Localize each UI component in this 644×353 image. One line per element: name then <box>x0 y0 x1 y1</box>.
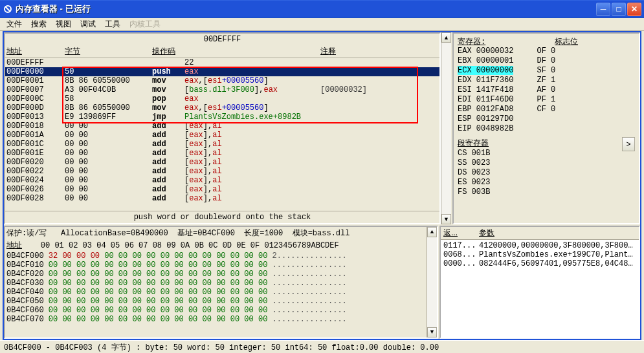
segment-row[interactable]: SS 0023 <box>458 158 635 168</box>
stack-col-return[interactable]: 返... <box>443 228 479 239</box>
disasm-column-headers: 地址 字节 操作码 注释 <box>5 45 439 58</box>
disasm-row[interactable]: 00DF0007A3 00F04C0Bmov[bass.dll+3F000],e… <box>5 85 439 94</box>
col-header-address[interactable]: 地址 <box>6 46 65 57</box>
segments-header: 段寄存器 <box>458 138 489 149</box>
status-bar: 0B4CF000 - 0B4CF003 (4 字节) : byte: 50 wo… <box>0 340 644 353</box>
segment-row[interactable]: DS 0023 <box>458 168 635 178</box>
register-row[interactable]: EBX 00000001 DF 0 <box>458 56 635 66</box>
hex-info-line: 保护:读/写 AllocationBase=0B490000 基址=0B4CF0… <box>5 227 427 239</box>
segment-row[interactable]: ES 0023 <box>458 178 635 187</box>
register-row[interactable]: ECX 00000000 SF 0 <box>458 66 635 76</box>
scroll-down-icon[interactable]: ▼ <box>441 214 451 224</box>
hex-row[interactable]: 0B4CF050 00 00 00 00 00 00 00 00 00 00 0… <box>5 297 427 306</box>
disasm-scrollbar[interactable]: ▲ ▼ <box>441 32 451 224</box>
disasm-row[interactable]: 00DF001C00 00add[eax],al <box>5 140 439 149</box>
menu-search[interactable]: 搜索 <box>27 17 50 31</box>
scroll-track[interactable] <box>441 43 451 214</box>
scroll-track[interactable] <box>427 237 437 327</box>
hex-row[interactable]: 0B4CF020 00 00 00 00 00 00 00 00 00 00 0… <box>5 270 427 279</box>
stack-row[interactable]: 0117...41200000,00000000,3F800000,3F8000… <box>443 241 636 250</box>
scroll-up-icon[interactable]: ▲ <box>441 32 451 43</box>
disasm-row[interactable]: 00DF001E00 00add[eax],al <box>5 149 439 158</box>
stack-headers: 返... 参数 <box>441 227 639 240</box>
hex-row[interactable]: 0B4CF070 00 00 00 00 00 00 00 00 00 00 0… <box>5 315 427 324</box>
register-row[interactable]: EAX 00000032 OF 0 <box>458 47 635 56</box>
disasm-row[interactable]: 00DF0013E9 139869FFjmpPlantsVsZombies.ex… <box>5 112 439 122</box>
stack-row[interactable]: 0000...082444F6,56097401,095775E8,04C483… <box>443 259 636 268</box>
scroll-up-icon[interactable]: ▲ <box>427 227 437 237</box>
menu-debug[interactable]: 调试 <box>76 17 100 31</box>
disasm-row[interactable]: 00DF002400 00add[eax],al <box>5 176 439 185</box>
register-row[interactable]: ESP 001297D0 <box>458 114 635 124</box>
registers-pane[interactable]: 寄存器: 标志位 EAX 00000032 OF 0EBX 00000001 D… <box>452 32 640 224</box>
disasm-row[interactable]: 00DEFFFF22 <box>5 58 439 67</box>
col-header-bytes[interactable]: 字节 <box>65 46 152 57</box>
scroll-down-icon[interactable]: ▼ <box>427 327 437 337</box>
disassembly-pane[interactable]: 00DEFFFF 地址 字节 操作码 注释 00DEFFFF2200DF0000… <box>4 32 441 224</box>
hex-addr-header[interactable]: 地址 <box>6 241 22 250</box>
segment-row[interactable]: CS 001B <box>458 149 635 158</box>
minimize-button[interactable]: ─ <box>596 3 610 16</box>
menu-bar: 文件 搜索 视图 调试 工具 内核工具 <box>0 18 644 31</box>
menu-kernel[interactable]: 内核工具 <box>126 17 164 31</box>
hex-row[interactable]: 0B4CF060 00 00 00 00 00 00 00 00 00 00 0… <box>5 306 427 315</box>
menu-view[interactable]: 视图 <box>52 17 75 31</box>
hex-row[interactable]: 0B4CF010 00 00 00 00 00 00 00 00 00 00 0… <box>5 261 427 270</box>
client-area: 00DEFFFF 地址 字节 操作码 注释 00DEFFFF2200DF0000… <box>3 31 641 340</box>
expand-registers-button[interactable]: > <box>622 137 635 151</box>
maximize-button[interactable]: □ <box>612 3 626 16</box>
instruction-info: push word or doubleword onto the stack <box>5 211 439 223</box>
stack-row[interactable]: 0068...PlantsVsZombies.exe+199C70,Plants… <box>443 250 636 259</box>
disasm-row[interactable]: 00DF001A00 00add[eax],al <box>5 131 439 140</box>
branch-address: 00DEFFFF <box>5 34 439 45</box>
disasm-row[interactable]: 00DF00018B 86 60550000moveax,[esi+000055… <box>5 76 439 85</box>
disasm-row[interactable]: 00DF002800 00add[eax],al <box>5 194 439 203</box>
hexdump-pane[interactable]: 保护:读/写 AllocationBase=0B490000 基址=0B4CF0… <box>4 226 438 339</box>
window-title: 内存查看器 - 已运行 <box>16 3 596 15</box>
col-header-opcode[interactable]: 操作码 <box>152 46 320 57</box>
close-button[interactable]: ✕ <box>627 3 641 16</box>
disasm-row[interactable]: 00DF002600 00add[eax],al <box>5 185 439 194</box>
disasm-row[interactable]: 00DF000D8B 86 60550000moveax,[esi+000055… <box>5 103 439 112</box>
hex-row[interactable]: 0B4CF000 32 00 00 00 00 00 00 00 00 00 0… <box>5 251 427 261</box>
disasm-row[interactable]: 00DF002000 00add[eax],al <box>5 158 439 167</box>
hex-row[interactable]: 0B4CF040 00 00 00 00 00 00 00 00 00 00 0… <box>5 288 427 297</box>
registers-header: 寄存器: <box>458 36 485 47</box>
register-row[interactable]: EIP 0048982B <box>458 124 635 134</box>
menu-file[interactable]: 文件 <box>3 17 26 31</box>
disasm-row[interactable]: 00DF002200 00add[eax],al <box>5 167 439 176</box>
segment-row[interactable]: FS 003B <box>458 187 635 197</box>
disasm-row[interactable]: 00DF000C58popeax <box>5 94 439 103</box>
hex-col-header: 00 01 02 03 04 05 06 07 08 09 0A 0B 0C 0… <box>22 241 339 250</box>
register-row[interactable]: EBP 0012FAD8 CF 0 <box>458 105 635 114</box>
register-row[interactable]: EDI 011F46D0 PF 1 <box>458 95 635 105</box>
hex-row[interactable]: 0B4CF030 00 00 00 00 00 00 00 00 00 00 0… <box>5 279 427 288</box>
register-row[interactable]: ESI 1417F418 AF 0 <box>458 85 635 95</box>
stack-col-params[interactable]: 参数 <box>479 228 494 239</box>
hex-scrollbar[interactable]: ▲ ▼ <box>427 227 437 337</box>
register-row[interactable]: EDX 011F7360 ZF 1 <box>458 76 635 85</box>
col-header-comment[interactable]: 注释 <box>320 46 438 57</box>
menu-tools[interactable]: 工具 <box>101 17 124 31</box>
disasm-row[interactable]: 00DF001800 00add[eax],al <box>5 122 439 131</box>
stack-pane[interactable]: 返... 参数 0117...41200000,00000000,3F80000… <box>439 226 640 339</box>
flags-header: 标志位 <box>555 36 578 47</box>
app-icon <box>3 4 13 14</box>
disasm-rows[interactable]: 00DEFFFF2200DF000050pusheax00DF00018B 86… <box>5 58 439 211</box>
disasm-row[interactable]: 00DF000050pusheax <box>5 67 439 76</box>
title-bar[interactable]: 内存查看器 - 已运行 ─ □ ✕ <box>0 0 644 18</box>
